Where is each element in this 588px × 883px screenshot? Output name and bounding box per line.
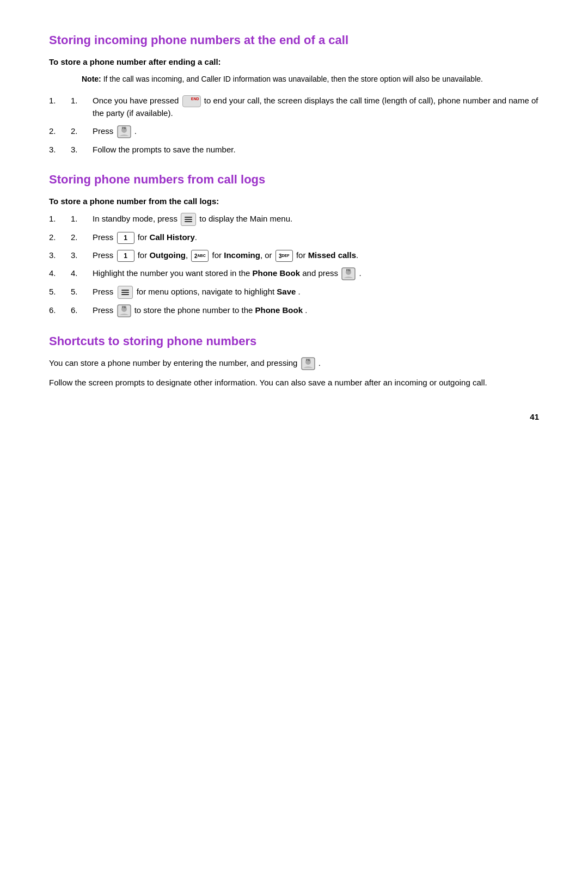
step2-number: 2. — [71, 125, 93, 138]
key-1-button: 1 — [117, 232, 134, 244]
page-number: 41 — [49, 411, 539, 424]
s2-step2-mid: for — [138, 232, 150, 242]
section1-steps: 1. Once you have pressed to end your cal… — [49, 95, 539, 156]
s2-step2-after: . — [195, 232, 197, 242]
note-block: Note: If the call was incoming, and Call… — [82, 73, 539, 85]
note-bold: Note: — [82, 75, 101, 83]
s2-step4-mid: and press — [302, 268, 338, 278]
menu-icon — [181, 213, 196, 226]
s2-step6-number: 6. — [71, 304, 93, 317]
s2-step6-content: Press PB to store the phone number to th… — [93, 304, 539, 317]
step1-content: Once you have pressed to end your call, … — [93, 95, 539, 120]
s2-step3-t4: , or — [260, 250, 272, 260]
s2-step1-content: In standby mode, press to display the Ma… — [93, 213, 539, 226]
s2-step1-number: 1. — [71, 213, 93, 225]
section2: Storing phone numbers from call logs To … — [49, 172, 539, 317]
section2-step2: 2. Press 1 for Call History. — [49, 231, 539, 244]
s2-step5-before: Press — [93, 287, 113, 296]
svg-text:PB: PB — [121, 126, 126, 130]
section2-step4: 4. Highlight the number you want stored … — [49, 267, 539, 280]
section1-title: Storing incoming phone numbers at the en… — [49, 33, 539, 48]
s2-step3-b1: Outgoing — [149, 250, 186, 260]
s2-step3-t5: for — [296, 250, 308, 260]
s2-step6-mid: to store the phone number to the — [134, 305, 253, 315]
step1-text-before: Once you have pressed — [93, 96, 179, 105]
section1-subtitle: To store a phone number after ending a c… — [49, 56, 539, 69]
section3: Shortcuts to storing phone numbers You c… — [49, 334, 539, 389]
section2-steps: 1. In standby mode, press to display the… — [49, 213, 539, 317]
section3-p1-before: You can store a phone number by entering… — [49, 358, 297, 367]
section2-step3: 3. Press 1 for Outgoing, 2ABC for Incomi… — [49, 249, 539, 262]
section1: Storing incoming phone numbers at the en… — [49, 33, 539, 156]
s2-step4-before: Highlight the number you want stored in … — [93, 268, 250, 278]
phonebook-icon-6: PB — [117, 304, 131, 317]
end-call-icon — [182, 95, 201, 107]
phonebook-icon: PB — [117, 125, 131, 138]
section3-title: Shortcuts to storing phone numbers — [49, 334, 539, 349]
section2-step5: 5. Press for menu options, navigate to h… — [49, 286, 539, 299]
section2-step1: 1. In standby mode, press to display the… — [49, 213, 539, 226]
note-text: If the call was incoming, and Caller ID … — [101, 75, 483, 83]
step3-number: 3. — [71, 144, 93, 156]
s2-step3-t2: , — [186, 250, 188, 260]
s2-step6-bold: Phone Book — [255, 305, 303, 315]
phonebook-icon-s3: PB — [301, 357, 315, 370]
s2-step5-bold: Save — [277, 287, 296, 296]
svg-text:PB: PB — [305, 358, 310, 361]
s2-step4-bold: Phone Book — [253, 268, 301, 278]
s2-step4-content: Highlight the number you want stored in … — [93, 267, 539, 280]
step3-content: Follow the prompts to save the number. — [93, 144, 539, 156]
s2-step6-after: . — [305, 305, 307, 315]
section2-step6: 6. Press PB to store the phone number to… — [49, 304, 539, 317]
s2-step3-b2: Incoming — [224, 250, 260, 260]
step3-text: Follow the prompts to save the number. — [93, 145, 236, 154]
section1-step2: 2. Press PB . — [49, 125, 539, 138]
s2-step5-content: Press for menu options, navigate to high… — [93, 286, 539, 299]
svg-text:PB: PB — [346, 268, 351, 272]
s2-step4-after: . — [359, 268, 361, 278]
key-1b-button: 1 — [117, 250, 134, 262]
s2-step3-after: . — [356, 250, 358, 260]
s2-step2-before: Press — [93, 232, 113, 242]
s2-step2-number: 2. — [71, 231, 93, 244]
s2-step6-before: Press — [93, 305, 113, 315]
section3-paragraph2: Follow the screen prompts to designate o… — [49, 377, 539, 389]
s2-step3-content: Press 1 for Outgoing, 2ABC for Incoming,… — [93, 249, 539, 262]
s2-step1-before: In standby mode, press — [93, 214, 177, 223]
s2-step3-number: 3. — [71, 249, 93, 262]
s2-step2-bold: Call History — [149, 232, 194, 242]
s2-step1-after: to display the Main menu. — [199, 214, 292, 223]
s2-step3-t3: for — [212, 250, 224, 260]
s2-step3-before: Press — [93, 250, 113, 260]
step1-number: 1. — [71, 95, 93, 107]
section3-paragraph1: You can store a phone number by entering… — [49, 357, 539, 370]
key-3def-button: 3DEF — [275, 250, 293, 262]
s2-step2-content: Press 1 for Call History. — [93, 231, 539, 244]
section1-step1: 1. Once you have pressed to end your cal… — [49, 95, 539, 120]
s2-step4-number: 4. — [71, 267, 93, 280]
key-2abc-button: 2ABC — [191, 250, 209, 262]
s2-step5-mid: for menu options, navigate to highlight — [137, 287, 275, 296]
s2-step3-t1: for — [138, 250, 150, 260]
section3-p1-after: . — [318, 358, 321, 367]
step2-text-before: Press — [93, 126, 113, 136]
phonebook-icon-4: PB — [341, 267, 356, 280]
step2-content: Press PB . — [93, 125, 539, 138]
s2-step5-after: . — [298, 287, 301, 296]
s2-step5-number: 5. — [71, 286, 93, 298]
svg-text:PB: PB — [121, 305, 126, 309]
section2-title: Storing phone numbers from call logs — [49, 172, 539, 188]
s2-step3-b3: Missed calls — [308, 250, 356, 260]
menu-icon-5 — [118, 286, 133, 299]
section1-step3: 3. Follow the prompts to save the number… — [49, 144, 539, 156]
step2-text-after: . — [134, 126, 137, 136]
section2-subtitle: To store a phone number from the call lo… — [49, 195, 539, 208]
